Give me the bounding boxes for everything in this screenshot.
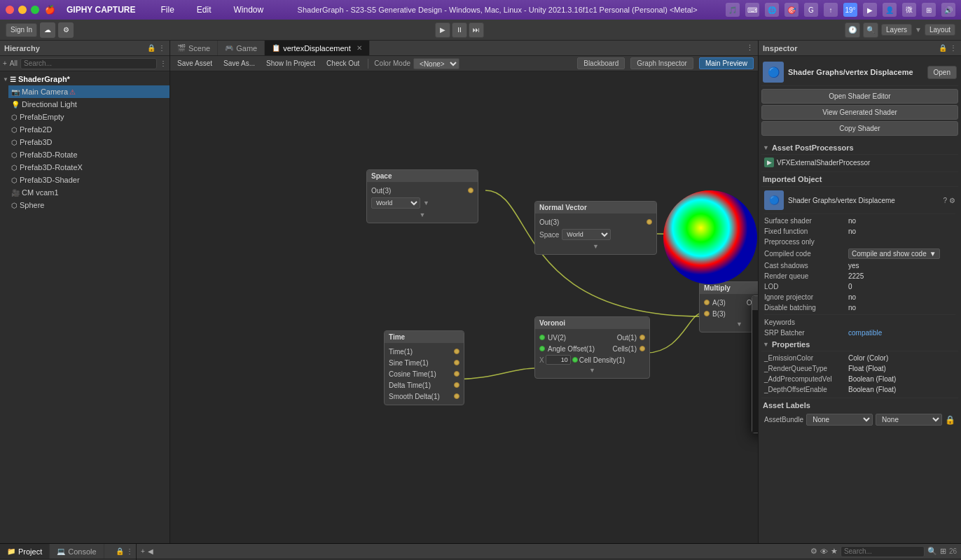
lock-icon[interactable]: 🔒 bbox=[147, 44, 155, 52]
voronoi-out1-port[interactable] bbox=[639, 335, 645, 340]
asset-toolbar-zoom-icon[interactable]: ⊞ bbox=[940, 547, 946, 556]
mac-window-controls[interactable] bbox=[6, 6, 39, 14]
show-in-project-button[interactable]: Show In Project bbox=[263, 59, 318, 67]
apple-menu[interactable]: 🍎 bbox=[45, 5, 55, 15]
asset-bundle-select[interactable]: None bbox=[806, 414, 873, 426]
maximize-button[interactable] bbox=[31, 6, 39, 14]
voronoi-node[interactable]: Voronoi UV(2) Out(1) Angle Offset(1) Cel… bbox=[534, 316, 650, 379]
tab-close-icon[interactable]: ✕ bbox=[357, 44, 362, 52]
check-out-button[interactable]: Check Out bbox=[324, 59, 362, 67]
layout-button[interactable]: Layout bbox=[925, 24, 955, 36]
hierarchy-item-directional-light[interactable]: 💡 Directional Light bbox=[8, 98, 170, 111]
open-shader-editor-button[interactable]: Open Shader Editor bbox=[761, 89, 958, 104]
hierarchy-item-sphere[interactable]: ⬡ Sphere bbox=[8, 199, 170, 211]
step-button[interactable]: ⏭ bbox=[469, 22, 484, 38]
voronoi-chevron[interactable]: ▼ bbox=[539, 365, 645, 375]
graph-inspector-button[interactable]: Graph Inspector bbox=[630, 57, 693, 69]
imported-help-icon[interactable]: ? bbox=[943, 197, 947, 204]
hierarchy-item-prefab3d-shader[interactable]: ⬡ Prefab3D-Shader bbox=[8, 174, 170, 186]
properties-section-header[interactable]: ▼ Properties bbox=[761, 338, 958, 351]
voronoi-angle-port[interactable] bbox=[539, 346, 545, 351]
hierarchy-scene-root[interactable]: ▼ ☰ ShaderGraph* bbox=[0, 73, 170, 85]
voronoi-uv-port[interactable] bbox=[539, 335, 545, 340]
hierarchy-item-prefab-empty[interactable]: ⬡ PrefabEmpty bbox=[8, 111, 170, 123]
tab-scene[interactable]: 🎬 Scene bbox=[170, 41, 218, 55]
blackboard-button[interactable]: Blackboard bbox=[577, 57, 625, 69]
time-out-2[interactable] bbox=[454, 371, 459, 377]
tab-vertex-displacement[interactable]: 📋 vertexDisplacement ✕ bbox=[265, 41, 370, 55]
voronoi-x-input[interactable] bbox=[546, 355, 571, 365]
hierarchy-search[interactable] bbox=[20, 58, 157, 69]
time-out-3[interactable] bbox=[454, 382, 459, 388]
space-out-port[interactable] bbox=[468, 188, 473, 193]
asset-bundle-icon[interactable]: 🔒 bbox=[945, 415, 955, 425]
multiply-b-port[interactable] bbox=[704, 311, 710, 316]
search-icon[interactable]: 🔍 bbox=[863, 22, 878, 38]
menu-window[interactable]: Window bbox=[228, 5, 270, 15]
asset-search-input[interactable] bbox=[841, 546, 925, 557]
pause-button[interactable]: ⏸ bbox=[452, 22, 467, 38]
asset-bundle-select-2[interactable]: None bbox=[876, 414, 942, 426]
menu-file[interactable]: File bbox=[155, 5, 179, 15]
more-icon-bottom[interactable]: ⋮ bbox=[126, 547, 133, 555]
time-node[interactable]: Time Time(1) Sine Time(1) Cosine Time(1) bbox=[384, 330, 464, 405]
shader-canvas[interactable]: Space Out(3) World ▼ ▼ bbox=[170, 71, 758, 543]
asset-toolbar-filter-icon[interactable]: 🔍 bbox=[927, 547, 937, 556]
tab-more-icon[interactable]: ⋮ bbox=[746, 43, 754, 52]
close-button[interactable] bbox=[6, 6, 14, 14]
hierarchy-item-prefab2d[interactable]: ⬡ Prefab2D bbox=[8, 123, 170, 136]
menu-edit[interactable]: Edit bbox=[191, 5, 217, 15]
view-generated-shader-button[interactable]: View Generated Shader bbox=[761, 105, 958, 120]
settings-icon[interactable]: ⚙ bbox=[58, 22, 74, 38]
space-world-select[interactable]: World bbox=[371, 197, 420, 209]
space-node-chevron[interactable]: ▼ bbox=[371, 210, 473, 220]
normal-out-port[interactable] bbox=[647, 219, 652, 225]
history-icon[interactable]: 🕐 bbox=[845, 22, 860, 38]
tab-game[interactable]: 🎮 Game bbox=[218, 41, 265, 55]
hierarchy-item-prefab3d[interactable]: ⬡ Prefab3D bbox=[8, 136, 170, 148]
color-mode-select[interactable]: <None> bbox=[413, 58, 459, 69]
save-as-button[interactable]: Save As... bbox=[221, 59, 258, 67]
tab-project[interactable]: 📁 Project bbox=[0, 544, 50, 559]
save-asset-button[interactable]: Save Asset bbox=[174, 59, 215, 67]
minimize-button[interactable] bbox=[18, 6, 27, 14]
hierarchy-item-prefab3d-rotatex[interactable]: ⬡ Prefab3D-RotateX bbox=[8, 161, 170, 174]
play-button[interactable]: ▶ bbox=[435, 22, 450, 38]
open-button[interactable]: Open bbox=[927, 66, 957, 79]
voronoi-cells-port[interactable] bbox=[639, 346, 645, 351]
hier-more-icon[interactable]: ⋮ bbox=[160, 59, 167, 67]
time-out-4[interactable] bbox=[454, 393, 459, 399]
more-icon[interactable]: ⋮ bbox=[158, 44, 165, 52]
voronoi-density-port[interactable] bbox=[572, 357, 578, 363]
inspector-lock-icon[interactable]: 🔒 bbox=[939, 44, 947, 52]
lock-icon-bottom[interactable]: 🔒 bbox=[116, 547, 124, 555]
multiply-chevron[interactable]: ▼ bbox=[704, 319, 758, 329]
console-tab-label: Console bbox=[68, 547, 96, 556]
copy-shader-button[interactable]: Copy Shader bbox=[761, 121, 958, 136]
layers-button[interactable]: Layers bbox=[881, 24, 912, 36]
hier-add-button[interactable]: + bbox=[3, 59, 7, 67]
space-node[interactable]: Space Out(3) World ▼ ▼ bbox=[366, 169, 478, 223]
hier-all-button[interactable]: All bbox=[10, 59, 18, 67]
inspector-more-icon[interactable]: ⋮ bbox=[950, 44, 957, 52]
hierarchy-item-main-camera[interactable]: 📷 Main Camera ⚠ bbox=[8, 85, 170, 98]
hierarchy-item-prefab3d-rotate[interactable]: ⬡ Prefab3D-Rotate bbox=[8, 148, 170, 161]
time-out-1[interactable] bbox=[454, 360, 459, 365]
asset-postprocessors-section[interactable]: ▼ Asset PostProcessors bbox=[761, 141, 958, 155]
asset-back-button[interactable]: ◀ bbox=[148, 547, 153, 555]
asset-toolbar-eye-icon[interactable]: 👁 bbox=[820, 547, 828, 556]
normal-chevron[interactable]: ▼ bbox=[539, 241, 652, 251]
main-preview-button[interactable]: Main Preview bbox=[699, 57, 754, 69]
compiled-code-dropdown[interactable]: Compile and show code ▼ bbox=[848, 248, 940, 259]
normal-space-select[interactable]: World bbox=[562, 229, 611, 240]
asset-add-button[interactable]: + bbox=[141, 547, 145, 555]
signin-button[interactable]: Sign In bbox=[6, 23, 37, 37]
asset-toolbar-star-icon[interactable]: ★ bbox=[831, 547, 838, 556]
cloud-icon[interactable]: ☁ bbox=[40, 22, 55, 38]
normal-vector-node[interactable]: Normal Vector Out(3) Space World ▼ bbox=[534, 201, 657, 255]
hierarchy-item-cm-vcam1[interactable]: 🎥 CM vcam1 bbox=[8, 186, 170, 199]
asset-toolbar-settings-icon[interactable]: ⚙ bbox=[810, 547, 817, 556]
time-out-0[interactable] bbox=[454, 349, 459, 354]
tab-console[interactable]: 💻 Console bbox=[50, 544, 104, 559]
imported-settings-icon[interactable]: ⚙ bbox=[949, 197, 955, 204]
